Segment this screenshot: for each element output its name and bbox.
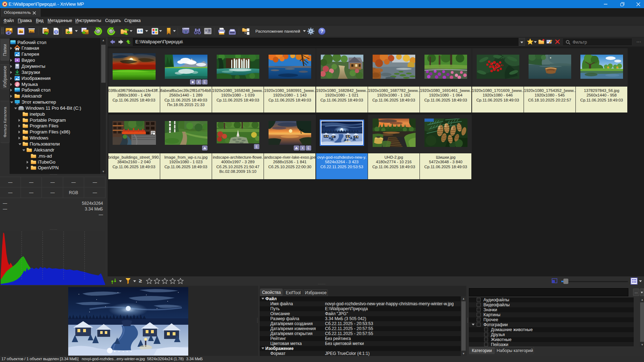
svg-text:?: ? (320, 28, 324, 34)
svg-text:i: i (56, 30, 57, 34)
